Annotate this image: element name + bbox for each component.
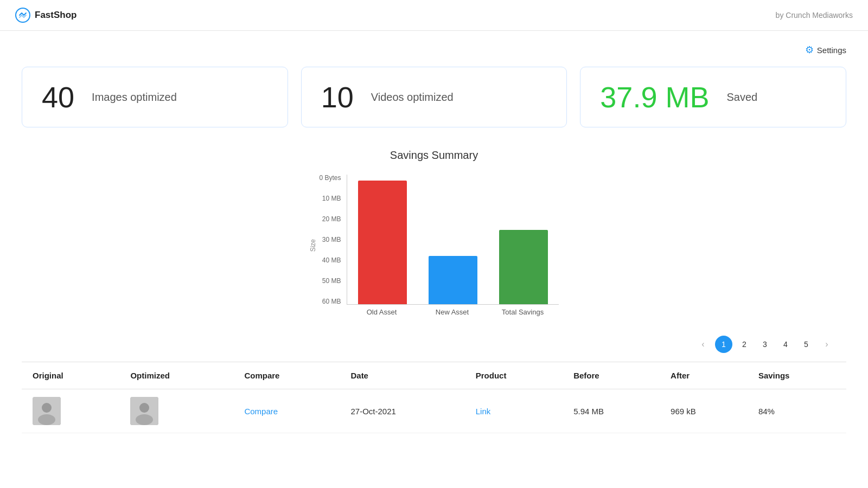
product-link[interactable]: Link xyxy=(476,407,491,416)
pagination: ‹ 1 2 3 4 5 › xyxy=(22,336,846,353)
original-thumbnail xyxy=(33,397,61,425)
brand-text: by Crunch Mediaworks xyxy=(776,11,853,20)
saved-amount: 37.9 MB xyxy=(600,82,709,112)
cell-after: 969 kB xyxy=(660,389,748,433)
bar-labels-row: Old Asset New Asset Total Savings xyxy=(347,308,559,316)
y-axis-title: Size xyxy=(309,239,317,252)
y-label-50: 50 MB xyxy=(322,278,341,284)
header: FastShop by Crunch Mediaworks xyxy=(0,0,868,31)
bar-new-asset-rect xyxy=(429,256,477,304)
prev-page-button[interactable]: ‹ xyxy=(694,336,712,353)
images-count: 40 xyxy=(42,82,74,112)
page-4-button[interactable]: 4 xyxy=(777,336,794,353)
bar-label-old: Old Asset xyxy=(358,308,406,316)
main-content: ⚙ Settings 40 Images optimized 10 Videos… xyxy=(0,31,868,446)
col-after: After xyxy=(660,362,748,389)
table-row: Compare 27-Oct-2021 Link 5.94 MB 969 kB … xyxy=(22,389,846,433)
y-label-40: 40 MB xyxy=(322,257,341,264)
svg-point-3 xyxy=(38,414,55,425)
chart-with-y: Size 60 MB 50 MB 40 MB 30 MB 20 MB 10 MB… xyxy=(309,175,558,316)
y-label-30: 30 MB xyxy=(322,236,341,243)
logo-icon xyxy=(15,8,30,23)
bar-total-savings-rect xyxy=(499,230,548,304)
settings-label: Settings xyxy=(817,46,846,55)
page-5-button[interactable]: 5 xyxy=(797,336,815,353)
cell-compare: Compare xyxy=(233,389,340,433)
col-before: Before xyxy=(563,362,660,389)
cell-before: 5.94 MB xyxy=(563,389,660,433)
videos-count: 10 xyxy=(321,82,354,112)
y-label-10: 10 MB xyxy=(322,195,341,202)
page-3-button[interactable]: 3 xyxy=(756,336,774,353)
videos-label: Videos optimized xyxy=(371,91,454,104)
table-header-row: Original Optimized Compare Date Product … xyxy=(22,362,846,389)
settings-button[interactable]: ⚙ Settings xyxy=(805,44,846,56)
col-compare: Compare xyxy=(233,362,340,389)
cell-original xyxy=(22,389,119,433)
page-2-button[interactable]: 2 xyxy=(736,336,753,353)
bar-label-new: New Asset xyxy=(428,308,477,316)
cell-product: Link xyxy=(465,389,563,433)
col-optimized: Optimized xyxy=(119,362,233,389)
y-axis-labels: 60 MB 50 MB 40 MB 30 MB 20 MB 10 MB 0 By… xyxy=(319,175,346,305)
chart-area: Old Asset New Asset Total Savings xyxy=(347,175,559,316)
col-date: Date xyxy=(340,362,464,389)
y-label-0: 0 Bytes xyxy=(319,175,341,181)
cell-savings: 84% xyxy=(748,389,846,433)
y-label-60: 60 MB xyxy=(322,298,341,305)
logo: FastShop xyxy=(15,8,76,23)
cell-optimized xyxy=(119,389,233,433)
chart-title: Savings Summary xyxy=(390,149,478,162)
chart-section: Savings Summary Size 60 MB 50 MB 40 MB 3… xyxy=(22,149,846,316)
svg-point-5 xyxy=(139,403,149,413)
next-page-button[interactable]: › xyxy=(818,336,835,353)
optimized-thumbnail xyxy=(130,397,158,425)
images-label: Images optimized xyxy=(92,91,177,104)
col-savings: Savings xyxy=(748,362,846,389)
stats-row: 40 Images optimized 10 Videos optimized … xyxy=(22,67,846,127)
svg-point-2 xyxy=(42,403,52,413)
app-name: FastShop xyxy=(35,10,76,21)
compare-link[interactable]: Compare xyxy=(244,407,278,416)
cell-date: 27-Oct-2021 xyxy=(340,389,464,433)
bar-old-asset-rect xyxy=(358,181,407,304)
saved-card: 37.9 MB Saved xyxy=(580,67,846,127)
bar-new-asset xyxy=(429,256,477,304)
bar-label-savings: Total Savings xyxy=(499,308,547,316)
videos-optimized-card: 10 Videos optimized xyxy=(301,67,567,127)
svg-point-6 xyxy=(136,414,153,425)
bar-old-asset xyxy=(358,181,407,304)
col-product: Product xyxy=(465,362,563,389)
images-optimized-card: 40 Images optimized xyxy=(22,67,288,127)
gear-icon: ⚙ xyxy=(805,44,814,56)
svg-point-0 xyxy=(16,8,30,22)
settings-row: ⚙ Settings xyxy=(22,44,846,56)
results-table: Original Optimized Compare Date Product … xyxy=(22,362,846,433)
saved-label: Saved xyxy=(726,91,757,104)
page-1-button[interactable]: 1 xyxy=(715,336,732,353)
table-section: Original Optimized Compare Date Product … xyxy=(22,362,846,433)
bar-total-savings xyxy=(499,230,548,304)
chart-bars xyxy=(347,175,559,305)
y-label-20: 20 MB xyxy=(322,216,341,222)
col-original: Original xyxy=(22,362,119,389)
